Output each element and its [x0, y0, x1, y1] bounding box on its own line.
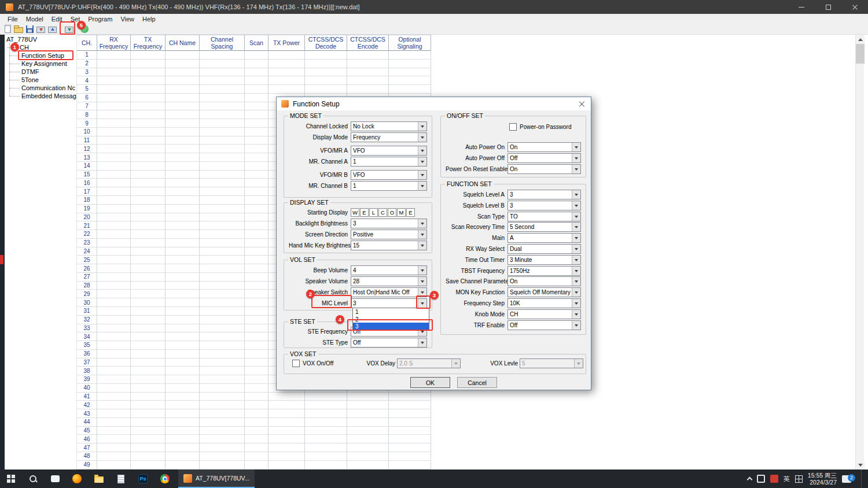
scan-cell[interactable] — [245, 282, 269, 290]
channel-number-cell[interactable]: 19 — [77, 205, 97, 213]
dropdown[interactable]: TO — [507, 212, 581, 221]
tx-frequency-cell[interactable] — [131, 367, 165, 375]
ctcss-decode-cell[interactable] — [305, 427, 347, 435]
rx-frequency-cell[interactable] — [97, 409, 131, 418]
ch-name-cell[interactable] — [165, 367, 200, 375]
column-header[interactable]: RX Frequency — [97, 35, 131, 51]
scan-cell[interactable] — [245, 179, 269, 187]
channel-spacing-cell[interactable] — [200, 273, 245, 282]
scan-cell[interactable] — [245, 435, 269, 443]
ch-name-cell[interactable] — [165, 136, 200, 145]
tx-frequency-cell[interactable] — [131, 443, 165, 452]
chevron-down-icon[interactable] — [418, 171, 426, 179]
scan-cell[interactable] — [245, 418, 269, 427]
ch-name-cell[interactable] — [165, 205, 200, 213]
rx-frequency-cell[interactable] — [97, 264, 131, 273]
channel-spacing-cell[interactable] — [200, 307, 245, 316]
tx-frequency-cell[interactable] — [131, 307, 165, 316]
channel-number-cell[interactable]: 26 — [77, 264, 97, 273]
ctcss-decode-cell[interactable] — [305, 76, 347, 85]
channel-spacing-cell[interactable] — [200, 60, 245, 68]
tx-frequency-cell[interactable] — [131, 51, 165, 60]
scan-cell[interactable] — [245, 76, 269, 85]
channel-spacing-cell[interactable] — [200, 162, 245, 171]
ch-name-cell[interactable] — [165, 350, 200, 358]
menu-item[interactable]: File — [3, 16, 22, 23]
channel-number-cell[interactable]: 2 — [77, 60, 97, 68]
tx-frequency-cell[interactable] — [131, 136, 165, 145]
channel-spacing-cell[interactable] — [200, 85, 245, 94]
optional-signaling-cell[interactable] — [389, 409, 431, 418]
taskbar-notepad-app[interactable] — [110, 469, 132, 488]
ctcss-encode-cell[interactable] — [347, 51, 389, 60]
vox-onoff-checkbox[interactable] — [292, 360, 300, 367]
channel-spacing-cell[interactable] — [200, 68, 245, 77]
chevron-down-icon[interactable] — [572, 277, 580, 286]
minimize-button[interactable] — [788, 0, 815, 14]
display-letter-box[interactable]: E — [406, 208, 415, 217]
tx-frequency-cell[interactable] — [131, 221, 165, 230]
chevron-down-icon[interactable] — [572, 223, 580, 231]
menu-item[interactable]: Program — [84, 16, 116, 23]
column-header[interactable]: CH. — [77, 35, 97, 51]
channel-number-cell[interactable]: 8 — [77, 110, 97, 119]
optional-signaling-cell[interactable] — [389, 435, 431, 443]
scan-cell[interactable] — [245, 273, 269, 282]
channel-number-cell[interactable]: 34 — [77, 332, 97, 341]
ch-name-cell[interactable] — [165, 282, 200, 290]
dropdown[interactable]: Off — [351, 338, 427, 347]
scan-cell[interactable] — [245, 85, 269, 94]
optional-signaling-cell[interactable] — [389, 452, 431, 461]
tree-item-dtmf[interactable]: DTMF — [21, 68, 39, 76]
chevron-down-icon[interactable] — [572, 267, 580, 275]
rx-frequency-cell[interactable] — [97, 247, 131, 256]
ctcss-decode-cell[interactable] — [305, 443, 347, 452]
ctcss-decode-cell[interactable] — [305, 51, 347, 60]
ch-name-cell[interactable] — [165, 393, 200, 401]
table-row[interactable]: 41 — [77, 393, 431, 401]
tx-frequency-cell[interactable] — [131, 316, 165, 324]
ctcss-encode-cell[interactable] — [347, 461, 389, 469]
channel-number-cell[interactable]: 20 — [77, 213, 97, 222]
dropdown[interactable]: 3 Minute — [507, 255, 581, 265]
taskbar-chat-app[interactable] — [44, 469, 66, 488]
rx-frequency-cell[interactable] — [97, 205, 131, 213]
channel-number-cell[interactable]: 1 — [77, 51, 97, 60]
display-letter-box[interactable]: E — [360, 208, 369, 217]
power-on-password-checkbox[interactable] — [509, 123, 517, 131]
channel-number-cell[interactable]: 29 — [77, 290, 97, 298]
ch-name-cell[interactable] — [165, 341, 200, 350]
tx-power-cell[interactable] — [269, 427, 305, 435]
ctcss-encode-cell[interactable] — [347, 452, 389, 461]
dialog-close-icon[interactable] — [578, 101, 585, 108]
tx-power-cell[interactable] — [269, 393, 305, 401]
channel-number-cell[interactable]: 35 — [77, 341, 97, 350]
vertical-scrollbar[interactable] — [855, 35, 864, 469]
tx-frequency-cell[interactable] — [131, 418, 165, 427]
rx-frequency-cell[interactable] — [97, 332, 131, 341]
rx-frequency-cell[interactable] — [97, 187, 131, 196]
scan-cell[interactable] — [245, 401, 269, 409]
tx-frequency-cell[interactable] — [131, 213, 165, 222]
table-row[interactable]: 43 — [77, 409, 431, 418]
channel-spacing-cell[interactable] — [200, 435, 245, 443]
channel-spacing-cell[interactable] — [200, 290, 245, 298]
channel-number-cell[interactable]: 25 — [77, 256, 97, 264]
rx-frequency-cell[interactable] — [97, 341, 131, 350]
channel-number-cell[interactable]: 11 — [77, 136, 97, 145]
tx-frequency-cell[interactable] — [131, 264, 165, 273]
chevron-down-icon[interactable] — [418, 146, 426, 155]
channel-spacing-cell[interactable] — [200, 401, 245, 409]
dropdown[interactable]: 1 — [351, 181, 427, 191]
chevron-down-icon[interactable] — [418, 277, 426, 286]
channel-number-cell[interactable]: 22 — [77, 230, 97, 239]
ch-name-cell[interactable] — [165, 324, 200, 333]
display-letter-box[interactable]: W — [351, 208, 359, 217]
scrollbar-thumb[interactable] — [856, 44, 865, 64]
scan-cell[interactable] — [245, 162, 269, 171]
tx-power-cell[interactable] — [269, 68, 305, 77]
rx-frequency-cell[interactable] — [97, 136, 131, 145]
rx-frequency-cell[interactable] — [97, 452, 131, 461]
tx-power-cell[interactable] — [269, 452, 305, 461]
channel-number-cell[interactable]: 48 — [77, 452, 97, 461]
